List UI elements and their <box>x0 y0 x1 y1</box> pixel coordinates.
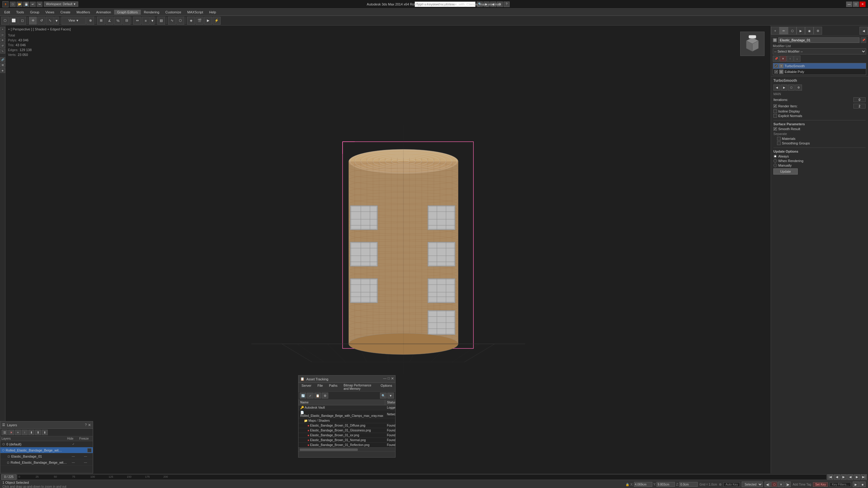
asset-menu-options[interactable]: Options <box>378 383 395 391</box>
y-input[interactable] <box>656 482 675 487</box>
timeline-track[interactable]: 0 25 50 75 100 125 150 175 200 <box>17 474 827 480</box>
prev-key-btn[interactable]: ◀| <box>765 482 771 487</box>
layers-new-btn[interactable]: + <box>15 430 21 435</box>
layers-menu-btn[interactable]: ☰ <box>2 430 8 435</box>
play-reverse-btn[interactable]: ◀ <box>847 474 854 480</box>
align-btn[interactable]: ≡ <box>142 17 150 25</box>
layers-delete-btn[interactable]: ✕ <box>8 430 14 435</box>
scale-tool-v[interactable]: ⤡ <box>0 48 5 54</box>
pin-icon[interactable]: 📌 <box>861 37 866 43</box>
schematic-view-btn[interactable]: ⬡ <box>177 17 184 25</box>
asset-find-btn[interactable]: 🔍 <box>380 393 387 399</box>
ts-iterations-input[interactable] <box>854 97 866 102</box>
open-btn[interactable]: 📂 <box>17 2 23 7</box>
select-region-tool[interactable]: ⬜ <box>10 17 18 25</box>
material-editor-btn[interactable]: ◈ <box>187 17 195 25</box>
snap-toggle[interactable]: ⊞ <box>97 17 105 25</box>
turbosmooth-toggle[interactable]: ✓ <box>774 64 778 68</box>
z-input[interactable] <box>679 482 698 487</box>
rotate-tool[interactable]: ↺ <box>37 17 45 25</box>
asset-row-maps[interactable]: 📁 Maps / Shaders <box>299 418 395 423</box>
layers-close-btn[interactable]: ✕ <box>88 423 91 427</box>
layers-add-selected-btn[interactable]: ↑ <box>22 430 28 435</box>
ts-always-radio[interactable] <box>773 155 777 158</box>
quick-render-btn[interactable]: ⚡ <box>213 17 221 25</box>
ts-smoothing-groups-check[interactable] <box>777 141 781 145</box>
ts-isoline-check[interactable] <box>773 109 777 113</box>
pivot-btn[interactable]: ⊕ <box>86 17 94 25</box>
asset-refresh-btn[interactable]: 🔄 <box>300 393 306 399</box>
scale-dropdown[interactable]: ▼ <box>55 17 59 25</box>
ts-explicit-normals-check[interactable] <box>773 114 777 118</box>
menu-rendering[interactable]: Rendering <box>141 10 162 14</box>
layer-item-rolled2[interactable]: ◻ Rolled_Elastic_Bandage_Beige_with_Clam… <box>0 459 93 465</box>
modifier-editable-poly[interactable]: ✓ E Editable Poly <box>773 69 866 75</box>
move-tool-v[interactable]: ✛ <box>0 38 5 42</box>
menu-tools[interactable]: Tools <box>13 10 27 14</box>
asset-row-vault[interactable]: 🔑 Autodesk Vault Logged <box>299 405 395 410</box>
layers-collapse-btn[interactable]: ⬇ <box>42 430 48 435</box>
curve-editor-btn[interactable]: ∿ <box>168 17 176 25</box>
asset-menu-paths[interactable]: Paths <box>326 383 340 391</box>
go-start-btn[interactable]: |◀ <box>827 474 833 480</box>
asset-row-diffuse[interactable]: ■ Elastic_Bandage_Brown_01_Diffuse.png F… <box>299 423 395 428</box>
pin-modifier-btn[interactable]: 📌 <box>773 56 779 62</box>
undo-btn[interactable]: ↩ <box>30 2 36 7</box>
ts-materials-check[interactable] <box>777 137 781 140</box>
menu-edit[interactable]: Edit <box>1 10 13 14</box>
create-tool[interactable]: + <box>0 27 5 32</box>
asset-row-maxfile[interactable]: 📄 Rolled_Elastic_Bandage_Beige_with_Clam… <box>299 410 395 418</box>
ts-when-rendering-radio[interactable] <box>773 159 777 163</box>
maximize-button[interactable]: □ <box>853 2 859 7</box>
menu-views[interactable]: Views <box>42 10 57 14</box>
object-name-field[interactable] <box>778 37 860 43</box>
layer-item-rolled[interactable]: ⬡ Rolled_Elastic_Bandage_Beige_with_Clam… <box>0 447 93 453</box>
scale-tool[interactable]: ⤡ <box>46 17 54 25</box>
ts-options-btn[interactable]: ⚙ <box>795 85 802 91</box>
align-dropdown[interactable]: ▼ <box>150 17 155 25</box>
ts-next-btn[interactable]: ▶ <box>781 85 787 91</box>
angle-snap[interactable]: ∡ <box>105 17 114 25</box>
motion-panel-icon[interactable]: ▶ <box>797 27 805 35</box>
asset-row-gloss[interactable]: ■ Elastic_Bandage_Brown_01_Glossiness.pn… <box>299 428 395 433</box>
delete-key-btn[interactable]: ✕ <box>778 482 784 487</box>
ts-keyframe-btn[interactable]: ⬡ <box>788 85 795 91</box>
menu-animation[interactable]: Animation <box>93 10 114 14</box>
create-panel-icon[interactable]: + <box>771 27 779 35</box>
next-frame-btn[interactable]: ▶ <box>854 474 860 480</box>
minimize-button[interactable]: — <box>846 2 852 7</box>
asset-close-btn[interactable]: ✕ <box>391 377 394 381</box>
ts-render-iters-check[interactable] <box>773 104 777 108</box>
layers-select-objects-btn[interactable]: ⬇ <box>28 430 34 435</box>
modifier-turbosmooth[interactable]: ✓ T TurboSmooth <box>773 63 866 69</box>
asset-minimize-btn[interactable]: — <box>383 377 386 381</box>
asset-check-btn[interactable]: ✓ <box>307 393 314 399</box>
render-setup-btn[interactable]: 🎬 <box>196 17 204 25</box>
rotate-tool-v[interactable]: ↺ <box>0 43 5 48</box>
modify-panel-icon[interactable]: ✏ <box>779 27 788 35</box>
help-btn[interactable]: ? <box>503 2 509 7</box>
lock-icon[interactable]: 🔒 <box>625 483 629 486</box>
stop-btn[interactable]: ■ <box>860 482 866 487</box>
layers-expand-btn[interactable]: ⬆ <box>35 430 41 435</box>
asset-restore-btn[interactable]: □ <box>388 377 390 381</box>
prev-frame-btn[interactable]: ◀ <box>834 474 840 480</box>
set-key-button[interactable]: Set Key <box>813 482 828 487</box>
asset-menu-server[interactable]: Server <box>299 383 314 391</box>
selected-dropdown[interactable]: Selected All None <box>742 482 763 487</box>
autokey-button[interactable]: Auto Key <box>723 482 740 487</box>
asset-scrollbar[interactable] <box>299 448 395 451</box>
move-modifier-up-btn[interactable]: ↑ <box>787 56 794 62</box>
layer-cb-rolled[interactable] <box>87 448 92 452</box>
mirror-btn[interactable]: ⇔ <box>133 17 141 25</box>
modifier-dropdown[interactable]: -- Select Modifier -- <box>773 48 866 55</box>
editable-poly-toggle[interactable]: ✓ <box>774 70 778 73</box>
create-key-btn[interactable]: ⬡ <box>771 482 777 487</box>
select-tool[interactable]: ⬡ <box>1 17 9 25</box>
render-frame-btn[interactable]: ▶ <box>204 17 212 25</box>
display-panel-icon[interactable]: ◉ <box>805 27 813 35</box>
asset-row-normal[interactable]: ■ Elastic_Bandage_Brown_01_Normal.png Fo… <box>299 438 395 443</box>
utilities-panel-icon[interactable]: ⚙ <box>813 27 822 35</box>
ref-coord-dropdown[interactable]: View ▼ <box>61 17 86 25</box>
ts-update-button[interactable]: Update <box>773 168 798 174</box>
